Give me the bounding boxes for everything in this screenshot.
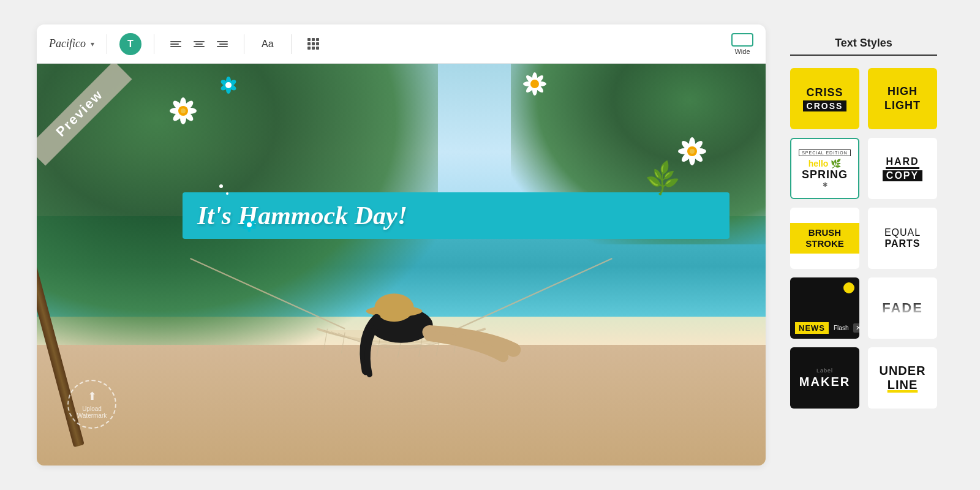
underline-top-text: UNDER bbox=[879, 364, 925, 378]
align-right-icon bbox=[216, 40, 229, 48]
fade-text: FADE bbox=[882, 300, 923, 316]
chevron-down-icon[interactable]: ▾ bbox=[91, 40, 94, 48]
banner-text: It's Hammock Day! bbox=[197, 202, 407, 230]
style-card-news[interactable]: NEWS Flash ✕ bbox=[790, 277, 859, 339]
hammock-scene bbox=[110, 244, 693, 385]
equal-bottom-text: PARTS bbox=[884, 238, 920, 249]
style-card-label[interactable]: Label MAKER bbox=[790, 347, 859, 409]
font-name-label: Pacifico bbox=[49, 37, 86, 50]
style-card-fade[interactable]: FADE bbox=[868, 277, 937, 339]
upload-icon: ⬆ bbox=[88, 390, 97, 403]
spring-asterisk: ✱ bbox=[823, 181, 827, 188]
svg-point-35 bbox=[690, 149, 695, 154]
news-sub-label: Flash bbox=[831, 325, 851, 331]
crisscross-bottom-text: CROSS bbox=[803, 100, 847, 111]
styles-panel: Text Styles CRISS CROSS HIGH LIGHT SPECI… bbox=[784, 24, 943, 466]
text-style-avatar[interactable]: T bbox=[119, 33, 141, 55]
style-card-crisscross[interactable]: CRISS CROSS bbox=[790, 68, 859, 129]
upload-circle[interactable]: ⬆ Upload Watermark bbox=[67, 380, 116, 429]
hello-spring-leaf: 🌿 bbox=[831, 159, 841, 168]
hardcopy-bottom-text: COPY bbox=[883, 170, 922, 181]
toolbar: Pacifico ▾ T bbox=[37, 24, 766, 64]
divider-3 bbox=[244, 34, 244, 54]
styles-grid: CRISS CROSS HIGH LIGHT SPECIAL EDITION h… bbox=[790, 68, 937, 409]
svg-line-43 bbox=[190, 258, 345, 329]
upload-watermark[interactable]: ⬆ Upload Watermark bbox=[67, 380, 116, 429]
highlight-bottom-text: LIGHT bbox=[884, 99, 921, 112]
svg-point-42 bbox=[247, 222, 252, 227]
news-x-label: ✕ bbox=[853, 323, 859, 333]
flower-5 bbox=[241, 216, 258, 233]
flower-1 bbox=[168, 96, 198, 126]
news-dot bbox=[843, 282, 854, 293]
hello-spring-special-text: SPECIAL EDITION bbox=[799, 149, 851, 156]
news-label: NEWS bbox=[795, 322, 829, 334]
svg-point-25 bbox=[530, 80, 539, 88]
wide-label: Wide bbox=[734, 48, 750, 55]
brush-text: BRUSHSTROKE bbox=[805, 227, 844, 249]
font-size-button[interactable]: Aa bbox=[257, 36, 279, 52]
dot-decoration-1 bbox=[219, 184, 223, 188]
editor-area: Pacifico ▾ T bbox=[37, 24, 766, 466]
highlight-top-text: HIGH bbox=[888, 85, 918, 98]
upload-line2: Watermark bbox=[77, 412, 107, 419]
panel-title: Text Styles bbox=[790, 37, 937, 56]
equal-top-text: EQUAL bbox=[884, 227, 921, 238]
flower-4 bbox=[677, 136, 707, 167]
teal-banner: It's Hammock Day! bbox=[183, 192, 729, 239]
style-card-hello-spring[interactable]: SPECIAL EDITION hello 🌿 SPRING ✱ bbox=[790, 138, 859, 199]
underline-bottom-text: LINE bbox=[888, 378, 918, 392]
hello-text: hello bbox=[809, 159, 829, 168]
hello-spring-row: hello 🌿 bbox=[809, 159, 842, 168]
svg-line-44 bbox=[458, 258, 612, 329]
canvas-image: Preview bbox=[37, 64, 766, 466]
align-center-icon bbox=[192, 40, 206, 48]
label-maker-bottom: MAKER bbox=[799, 375, 850, 389]
svg-point-9 bbox=[181, 108, 186, 113]
grid-icon bbox=[306, 37, 320, 51]
flower-2 bbox=[219, 76, 238, 94]
divider-4 bbox=[291, 34, 292, 54]
align-left-button[interactable] bbox=[167, 37, 185, 51]
align-left-icon bbox=[169, 40, 183, 48]
flower-3 bbox=[522, 72, 547, 96]
brush-inner: BRUSHSTROKE bbox=[805, 227, 844, 249]
style-card-highlight[interactable]: HIGH LIGHT bbox=[868, 68, 937, 129]
style-card-brush[interactable]: BRUSHSTROKE bbox=[790, 208, 859, 269]
align-group bbox=[167, 37, 232, 51]
label-maker-top: Label bbox=[816, 368, 833, 374]
crisscross-top-text: CRISS bbox=[806, 86, 843, 99]
svg-point-16 bbox=[225, 82, 232, 88]
spring-text: SPRING bbox=[802, 168, 848, 181]
style-card-equal[interactable]: EQUAL PARTS bbox=[868, 208, 937, 269]
style-card-underline[interactable]: UNDER LINE bbox=[868, 347, 937, 409]
font-selector[interactable]: Pacifico ▾ bbox=[49, 37, 94, 50]
upload-line1: Upload bbox=[82, 405, 102, 412]
font-size-label: Aa bbox=[262, 39, 274, 50]
align-center-button[interactable] bbox=[190, 37, 208, 51]
wide-button[interactable]: Wide bbox=[731, 33, 753, 55]
grid-view-button[interactable] bbox=[304, 34, 323, 53]
canvas-area: Preview bbox=[37, 64, 766, 466]
style-card-hardcopy[interactable]: HARD COPY bbox=[868, 138, 937, 199]
align-right-button[interactable] bbox=[213, 37, 232, 51]
divider-2 bbox=[154, 34, 154, 54]
news-row: NEWS Flash ✕ bbox=[795, 322, 859, 334]
hardcopy-top-text: HARD bbox=[886, 156, 919, 169]
wide-icon bbox=[731, 33, 753, 47]
divider-1 bbox=[107, 34, 107, 54]
